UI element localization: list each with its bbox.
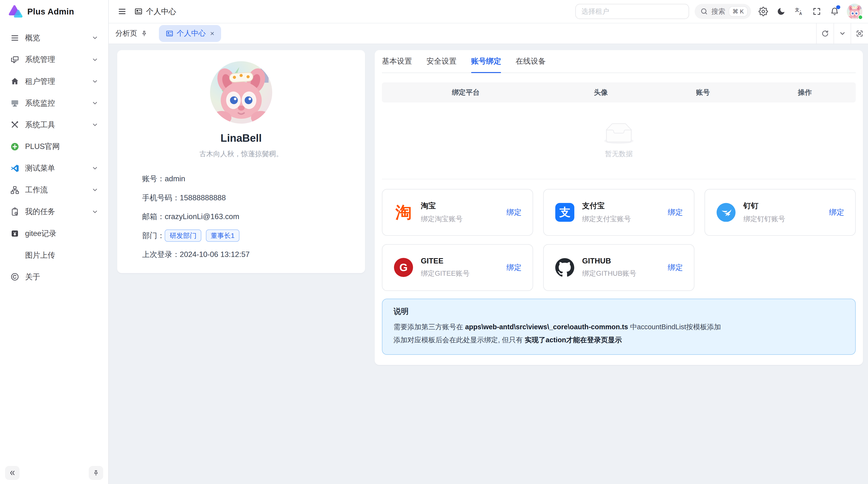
bind-dingtalk-link[interactable]: 绑定	[829, 207, 844, 218]
chevron-down-icon	[92, 122, 98, 128]
pin-sidebar-button[interactable]	[89, 466, 103, 480]
language-button[interactable]: 文A	[791, 4, 807, 19]
maximize-content-button[interactable]	[850, 23, 868, 44]
tab-analysis[interactable]: 分析页	[109, 23, 155, 44]
profile-card-icon	[134, 7, 143, 16]
collapse-sidebar-button[interactable]	[5, 466, 20, 480]
user-avatar[interactable]	[847, 4, 863, 19]
sidebar-item-system-management[interactable]: 系统管理	[4, 50, 104, 69]
platform-cards: 淘 淘宝 绑定淘宝账号 绑定 支 支付宝 绑定支付宝账号 绑定	[382, 189, 856, 291]
sidebar-item-about[interactable]: 关于	[4, 267, 104, 287]
toggle-sidebar-button[interactable]	[114, 4, 130, 19]
breadcrumb[interactable]: 个人中心	[134, 6, 176, 17]
sidebar-item-system-tools[interactable]: 系统工具	[4, 116, 104, 134]
calendar-yen-icon	[10, 229, 20, 238]
search-label: 搜索	[711, 7, 725, 17]
tools-icon	[10, 120, 20, 129]
logo-icon	[8, 4, 23, 19]
sidebar-item-system-monitor[interactable]: 系统监控	[4, 94, 104, 112]
profile-name: LinaBell	[117, 132, 365, 144]
search-shortcut-badge: ⌘ K	[728, 6, 748, 17]
tab-profile-center[interactable]: 个人中心 ×	[159, 25, 221, 42]
sidebar-item-plus-site[interactable]: PLUS官网	[4, 137, 104, 156]
sidebar-item-image-upload[interactable]: 图片上传	[4, 246, 104, 265]
copyright-icon	[10, 272, 20, 282]
refresh-tab-button[interactable]	[816, 23, 834, 44]
platform-card-taobao: 淘 淘宝 绑定淘宝账号 绑定	[382, 189, 533, 236]
profile-card: LinaBell 古木向人秋，惊蓬掠鬓稠。 账号：admin 手机号码：1588…	[117, 50, 365, 273]
note-box: 说明 需要添加第三方账号在 apps\web-antd\src\views\_c…	[382, 299, 856, 355]
binding-table-header: 绑定平台 头像 账号 操作	[382, 83, 856, 102]
sidebar-item-workflow[interactable]: 工作流	[4, 181, 104, 200]
tenant-select-input[interactable]	[575, 4, 689, 19]
gear-icon	[758, 7, 768, 16]
notification-badge	[836, 5, 840, 9]
chevron-down-icon	[92, 100, 98, 106]
sidebar-nav: 概览 系统管理 租户管理 系统监控 系统工具	[0, 23, 108, 286]
sidebar-item-test-menu[interactable]: 测试菜单	[4, 159, 104, 178]
gitee-icon: G	[394, 257, 413, 278]
tab-basic-settings[interactable]: 基本设置	[382, 50, 412, 72]
dingtalk-icon	[716, 202, 736, 222]
profile-avatar	[210, 61, 273, 124]
chevron-down-icon	[92, 208, 98, 215]
app-window: Plus Admin 概览 系统管理 租户管理 系统监控	[0, 0, 868, 484]
chevron-down-icon	[92, 34, 98, 41]
empty-state: 暂无数据	[382, 102, 856, 179]
clipboard-icon	[10, 207, 20, 217]
app-title: Plus Admin	[27, 7, 74, 17]
platform-card-alipay: 支 支付宝 绑定支付宝账号 绑定	[543, 189, 694, 236]
breadcrumb-label: 个人中心	[146, 6, 176, 17]
sidebar-item-gitee-log[interactable]: gitee记录	[4, 224, 104, 243]
tab-menu-button[interactable]	[834, 23, 851, 44]
bind-github-link[interactable]: 绑定	[668, 262, 683, 272]
sidebar-item-tenant-management[interactable]: 租户管理	[4, 72, 104, 91]
pin-icon[interactable]	[141, 30, 148, 37]
department-tag: 董事长1	[206, 229, 240, 242]
tab-analysis-label: 分析页	[116, 28, 137, 38]
platform-card-gitee: G GITEE 绑定GITEE账号 绑定	[382, 244, 533, 291]
chevron-down-icon	[92, 78, 98, 85]
profile-card-icon	[166, 30, 173, 37]
global-search-button[interactable]: 搜索 ⌘ K	[695, 4, 751, 19]
tab-security-settings[interactable]: 安全设置	[427, 50, 457, 72]
online-status-dot	[858, 15, 863, 20]
department-tag: 研发部门	[165, 229, 201, 242]
chevron-down-icon	[92, 187, 98, 193]
translate-icon: 文A	[794, 7, 804, 16]
field-department: 部门： 研发部门 董事长1	[142, 229, 365, 242]
fullscreen-button[interactable]	[809, 4, 825, 19]
empty-box-icon	[601, 123, 636, 144]
close-tab-icon[interactable]: ×	[210, 29, 214, 38]
sitemap-icon	[10, 185, 20, 195]
bind-gitee-link[interactable]: 绑定	[506, 262, 522, 272]
bind-taobao-link[interactable]: 绑定	[506, 207, 522, 218]
profile-motto: 古木向人秋，惊蓬掠鬓稠。	[117, 149, 365, 159]
note-line-2: 添加对应模板后会在此处显示绑定, 但只有 实现了action才能在登录页显示	[394, 334, 844, 346]
taobao-icon: 淘	[394, 202, 413, 222]
header-actions: 文A	[755, 4, 842, 19]
dark-mode-button[interactable]	[773, 4, 789, 19]
field-last-login: 上次登录：2024-10-06 13:12:57	[142, 249, 365, 261]
hamburger-icon	[118, 7, 127, 16]
bind-alipay-link[interactable]: 绑定	[668, 207, 683, 218]
moon-icon	[777, 7, 785, 16]
plus-circle-icon	[10, 142, 20, 151]
tab-online-devices[interactable]: 在线设备	[516, 50, 546, 72]
sidebar: Plus Admin 概览 系统管理 租户管理 系统监控	[0, 0, 109, 484]
sidebar-item-overview[interactable]: 概览	[4, 28, 104, 47]
settings-tabs: 基本设置 安全设置 账号绑定 在线设备	[382, 50, 856, 73]
github-icon	[555, 257, 575, 278]
notifications-button[interactable]	[827, 4, 842, 19]
empty-state-text: 暂无数据	[605, 149, 633, 159]
app-logo[interactable]: Plus Admin	[0, 0, 108, 23]
main-content: LinaBell 古木向人秋，惊蓬掠鬓稠。 账号：admin 手机号码：1588…	[109, 44, 868, 484]
settings-panel: 基本设置 安全设置 账号绑定 在线设备 绑定平台 头像 账号 操作	[375, 50, 863, 365]
tab-account-binding[interactable]: 账号绑定	[471, 50, 501, 72]
field-email: 邮箱：crazyLionLi@163.com	[142, 211, 365, 223]
settings-button[interactable]	[755, 4, 771, 19]
screens-icon	[10, 55, 20, 64]
search-icon	[700, 7, 708, 15]
monitor-icon	[10, 98, 20, 108]
sidebar-item-my-tasks[interactable]: 我的任务	[4, 202, 104, 221]
